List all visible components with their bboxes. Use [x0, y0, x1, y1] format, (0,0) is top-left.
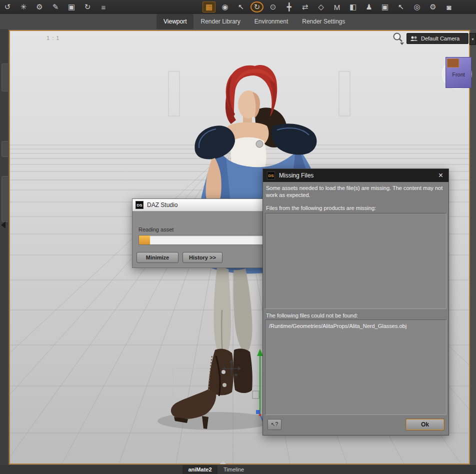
node-select-icon[interactable]: ↖ — [234, 2, 248, 12]
missing-files-label: The following files could not be found: — [266, 312, 358, 318]
daz-dialog-title: DAZ Studio — [147, 202, 178, 208]
camera-selector[interactable]: Default Camera — [406, 33, 468, 44]
missing-files-title: Missing Files — [279, 172, 433, 179]
snowflake-icon[interactable]: ✳ — [17, 2, 30, 12]
sphere-outline-icon[interactable]: ◎ — [410, 2, 424, 12]
ok-button[interactable]: Ok — [406, 419, 444, 430]
sphere-shaded-icon[interactable]: ◉ — [218, 2, 232, 12]
view-cube-top-face[interactable] — [447, 58, 459, 68]
frame-camera-icon[interactable]: ▣ — [65, 2, 78, 12]
tab-animate2[interactable]: aniMate2 — [182, 465, 218, 474]
menu-list-icon[interactable]: ≡ — [97, 2, 110, 12]
camera-render-icon[interactable]: ◙ — [442, 2, 456, 12]
missing-files-dialog: DS Missing Files × Some assets needed to… — [262, 168, 449, 436]
toolbar-left-group: ↺ ✳ ⚙ ✎ ▣ ↻ ≡ — [1, 0, 113, 14]
daz-dialog-titlebar[interactable]: DS DAZ Studio — [132, 199, 282, 212]
history-button[interactable]: History >> — [182, 252, 222, 263]
aspect-ratio-label: 1 : 1 — [46, 35, 60, 41]
ds-logo-icon: DS — [136, 201, 144, 209]
left-dock — [0, 29, 8, 474]
daz-studio-window: ↺ ✳ ⚙ ✎ ▣ ↻ ≡ ▦ ◉ ↖ ↻ ⊙ ╋ ⇄ ◇ M ◧ ♟ ▣ ↖ … — [0, 0, 476, 474]
render-box-icon[interactable]: ▣ — [378, 2, 392, 12]
figure-icon[interactable]: ♟ — [362, 2, 376, 12]
gear-cube-icon[interactable]: ⚙ — [426, 2, 440, 12]
dock-tab-2[interactable] — [2, 64, 8, 92]
view-cube-front-face[interactable]: Front — [446, 57, 472, 88]
bottom-pane-expand-icon[interactable] — [220, 460, 226, 464]
whats-this-help-button[interactable]: ↖? — [268, 419, 282, 430]
view-cube-label: Front — [446, 72, 471, 78]
daz-studio-progress-dialog: DS DAZ Studio Reading asset Minimize His… — [132, 198, 282, 268]
gear-sphere-icon[interactable]: ⚙ — [33, 2, 46, 12]
missing-products-list[interactable] — [265, 213, 446, 309]
missing-products-label: Files from the following products are mi… — [266, 205, 376, 211]
reading-asset-label: Reading asset — [138, 226, 174, 232]
universal-move-icon[interactable]: ╋ — [282, 2, 296, 12]
missing-files-list[interactable]: /Runtime/Geometries/AlitaProps/Alita_Ner… — [265, 320, 446, 415]
view-magnifier-icon[interactable] — [392, 32, 405, 46]
lasso-icon[interactable]: ⊙ — [266, 2, 280, 12]
pointer-icon[interactable]: ↖ — [394, 2, 408, 12]
tab-environment[interactable]: Environment — [248, 14, 295, 29]
tab-render-settings[interactable]: Render Settings — [295, 14, 352, 29]
dock-collapse-arrow-icon[interactable] — [1, 222, 6, 228]
camera-selector-label: Default Camera — [421, 36, 460, 42]
missing-file-item[interactable]: /Runtime/Geometries/AlitaProps/Alita_Ner… — [266, 320, 446, 332]
tab-viewport[interactable]: Viewport — [156, 14, 194, 29]
close-icon[interactable]: × — [437, 172, 444, 180]
top-toolbar: ↺ ✳ ⚙ ✎ ▣ ↻ ≡ ▦ ◉ ↖ ↻ ⊙ ╋ ⇄ ◇ M ◧ ♟ ▣ ↖ … — [0, 0, 476, 14]
camera-dropdown-arrow-icon[interactable]: ▼ — [470, 33, 476, 45]
missing-files-message: Some assets needed to load the file(s) a… — [266, 184, 444, 198]
cube-axis-icon[interactable]: ◧ — [346, 2, 360, 12]
missing-files-titlebar[interactable]: DS Missing Files × — [263, 169, 448, 182]
minimize-button[interactable]: Minimize — [136, 252, 178, 263]
dock-tab-4[interactable] — [2, 176, 8, 222]
orbit-left-icon[interactable]: ↺ — [1, 2, 14, 12]
scale-icon[interactable]: ◇ — [314, 2, 328, 12]
rotate-orbit-icon[interactable]: ↻ — [250, 2, 264, 12]
texture-grid-icon[interactable]: ▦ — [202, 2, 216, 12]
translate-icon[interactable]: ⇄ — [298, 2, 312, 12]
measure-icon[interactable]: M — [330, 2, 344, 12]
pane-tab-bar: Viewport Render Library Environment Rend… — [0, 14, 476, 29]
bottom-bar: aniMate2 Timeline — [0, 465, 476, 474]
dock-tab-3[interactable] — [2, 141, 8, 157]
toolbar-main-group: ▦ ◉ ↖ ↻ ⊙ ╋ ⇄ ◇ M ◧ ♟ ▣ ↖ ◎ ⚙ ◙ — [202, 0, 458, 14]
cameras-icon — [410, 36, 418, 42]
tab-timeline[interactable]: Timeline — [224, 465, 244, 474]
orbit-right-icon[interactable]: ↻ — [81, 2, 94, 12]
ds-logo-icon: DS — [267, 172, 275, 180]
pen-tool-icon[interactable]: ✎ — [49, 2, 62, 12]
progress-bar — [138, 235, 276, 245]
view-cube[interactable]: Front — [442, 56, 476, 92]
tab-render-library[interactable]: Render Library — [194, 14, 247, 29]
progress-fill — [139, 236, 150, 244]
